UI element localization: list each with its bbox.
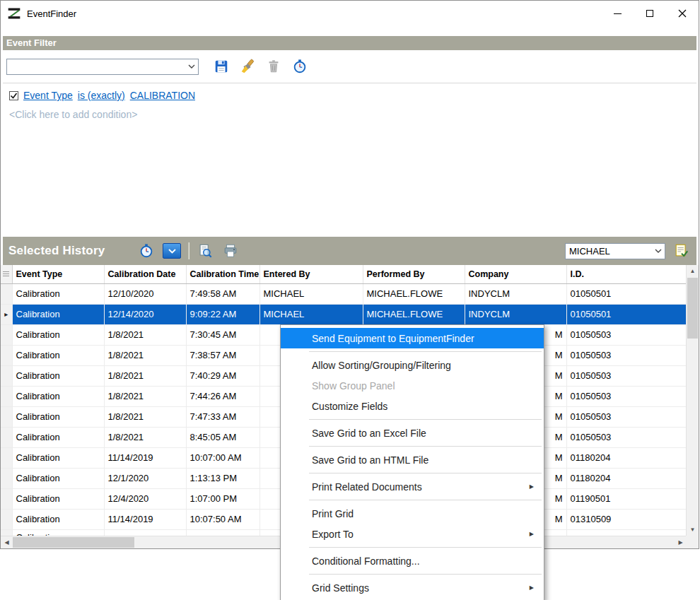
cell-event_type[interactable]: Calibration [12, 386, 104, 406]
cell-id[interactable]: 01050503 [566, 365, 687, 386]
cell-time[interactable]: 8:45:05 AM [186, 427, 259, 447]
cell-id[interactable]: 01050503 [566, 427, 687, 447]
cell-id[interactable]: 01050501 [566, 304, 687, 324]
cell-event_type[interactable]: Calibration [12, 283, 104, 304]
cell-id[interactable]: 01050503 [566, 386, 687, 406]
cell-event_type[interactable]: Calibration [12, 365, 104, 386]
scroll-down-button[interactable]: ▼ [687, 524, 699, 536]
maximize-button[interactable] [634, 1, 666, 26]
cell-id[interactable]: 01050503 [566, 406, 687, 427]
cell-date[interactable]: 11/14/2019 [104, 447, 186, 468]
menu-item[interactable]: Save Grid to an HTML File [281, 449, 544, 470]
timer-button[interactable] [291, 57, 309, 76]
cell-date[interactable]: 1/8/2021 [104, 406, 186, 427]
cell-date[interactable]: 12/4/2020 [104, 488, 186, 509]
cell-time[interactable]: 7:30:45 AM [186, 324, 259, 345]
column-header-performed-by[interactable]: Performed By [363, 265, 465, 283]
cell-id[interactable]: 01310509 [566, 509, 687, 529]
cell-time[interactable]: 7:40:29 AM [186, 365, 259, 386]
cell-event_type[interactable]: Calibration [12, 509, 104, 529]
cell-event_type[interactable]: Calibration [12, 447, 104, 468]
cell-performed_by[interactable]: MICHAEL.FLOWE [363, 283, 465, 304]
user-combo[interactable]: MICHAEL [565, 243, 665, 259]
cell-event_type[interactable]: Calibration [12, 304, 104, 324]
scroll-left-button[interactable]: ◀ [1, 536, 13, 548]
cell-event_type[interactable]: Calibration [12, 324, 104, 345]
menu-item[interactable]: Customize Fields [281, 396, 544, 416]
cell-event_type[interactable]: Calibration [12, 406, 104, 427]
cell-event_type[interactable]: Calibration [12, 488, 104, 509]
cell-company[interactable]: INDYCLM [465, 283, 566, 304]
cell-date[interactable]: 11/14/2019 [104, 509, 186, 529]
scroll-right-button[interactable]: ▶ [675, 536, 687, 548]
cell-company[interactable]: INDYCLM [465, 304, 566, 324]
chevron-down-icon[interactable] [652, 244, 665, 259]
table-row[interactable]: ▸Calibration12/14/20209:09:22 AMMICHAELM… [1, 304, 687, 324]
menu-item[interactable]: Grid Settings▶ [281, 577, 544, 598]
cell-date[interactable]: 1/8/2021 [104, 386, 186, 406]
cell-entered_by[interactable]: MICHAEL [259, 304, 363, 324]
cell-time[interactable]: 10:07:50 AM [186, 509, 259, 529]
menu-item[interactable]: Print Grid [281, 503, 544, 524]
cell-event_type[interactable]: Calibration [12, 468, 104, 488]
cell-time[interactable]: 9:09:22 AM [186, 304, 259, 324]
cell-id[interactable]: 01050503 [566, 324, 687, 345]
cell-time[interactable]: 1:07:00 PM [186, 488, 259, 509]
column-header-company[interactable]: Company [465, 265, 566, 283]
cell-id[interactable]: 01050501 [566, 283, 687, 304]
vertical-scrollbar[interactable]: ▲ ▼ [686, 265, 699, 536]
print-button[interactable] [221, 242, 240, 260]
filter-preset-combo[interactable] [6, 59, 199, 75]
cell-date[interactable]: 1/8/2021 [104, 427, 186, 447]
close-button[interactable] [666, 1, 699, 26]
cell-event_type[interactable]: Calibration [12, 427, 104, 447]
column-header-calibration-date[interactable]: Calibration Date [104, 265, 186, 283]
cell-id[interactable]: 01180204 [566, 468, 687, 488]
cell-id[interactable]: 01180204 [566, 447, 687, 468]
edit-list-button[interactable] [672, 242, 691, 260]
menu-item[interactable]: Send Equipment to EquipmentFinder [281, 328, 544, 348]
clear-filter-button[interactable] [238, 57, 257, 76]
delete-filter-button[interactable] [264, 57, 283, 76]
cell-event_type[interactable]: Calibration [12, 345, 104, 365]
menu-item[interactable]: Print Related Documents▶ [281, 476, 544, 497]
cell-time[interactable]: 7:47:33 AM [186, 406, 259, 427]
cell-id[interactable]: 01190501 [566, 488, 687, 509]
column-header-calibration-time[interactable]: Calibration Time [186, 265, 259, 283]
condition-field-link[interactable]: Event Type [23, 90, 73, 101]
cell-performed_by[interactable]: MICHAEL.FLOWE [363, 304, 465, 324]
menu-item[interactable]: Export To▶ [281, 524, 544, 544]
cell-id[interactable]: 01050503 [566, 345, 687, 365]
cell-date[interactable]: 12/14/2020 [104, 304, 186, 324]
save-filter-button[interactable] [212, 57, 231, 76]
cell-time[interactable]: 7:38:57 AM [186, 345, 259, 365]
cell-time[interactable]: 1:13:13 PM [186, 468, 259, 488]
horizontal-scrollbar-thumb[interactable] [13, 537, 134, 548]
cell-date[interactable]: 1/8/2021 [104, 365, 186, 386]
menu-item[interactable]: Allow Sorting/Grouping/Filtering [281, 355, 544, 375]
table-row[interactable]: Calibration12/10/20207:49:58 AMMICHAELMI… [1, 283, 687, 304]
cell-time[interactable]: 7:49:58 AM [186, 283, 259, 304]
condition-checkbox[interactable] [9, 91, 18, 100]
cell-date[interactable]: 1/8/2021 [104, 345, 186, 365]
column-header-entered-by[interactable]: Entered By [259, 265, 363, 283]
cell-time[interactable]: 10:07:00 AM [186, 447, 259, 468]
vertical-scrollbar-thumb[interactable] [687, 278, 698, 339]
cell-date[interactable]: 12/10/2020 [104, 283, 186, 304]
condition-value-link[interactable]: CALIBRATION [130, 90, 195, 101]
menu-item[interactable]: Conditional Formatting... [281, 551, 544, 571]
menu-item[interactable]: Save Grid to an Excel File [281, 423, 544, 443]
condition-operator-link[interactable]: is (exactly) [78, 90, 125, 101]
minimize-button[interactable] [601, 1, 634, 26]
history-timer-button[interactable] [137, 242, 156, 260]
column-header-id[interactable]: I.D. [566, 265, 687, 283]
cell-time[interactable]: 7:44:26 AM [186, 386, 259, 406]
add-condition-link[interactable]: <Click here to add condition> [9, 109, 690, 120]
scroll-up-button[interactable]: ▲ [687, 265, 699, 277]
cell-date[interactable]: 1/8/2021 [104, 324, 186, 345]
cell-date[interactable]: 12/1/2020 [104, 468, 186, 488]
cell-entered_by[interactable]: MICHAEL [259, 283, 363, 304]
chevron-down-icon[interactable] [185, 59, 198, 74]
column-header-event-type[interactable]: Event Type [12, 265, 104, 283]
history-options-dropdown-button[interactable] [163, 243, 181, 259]
